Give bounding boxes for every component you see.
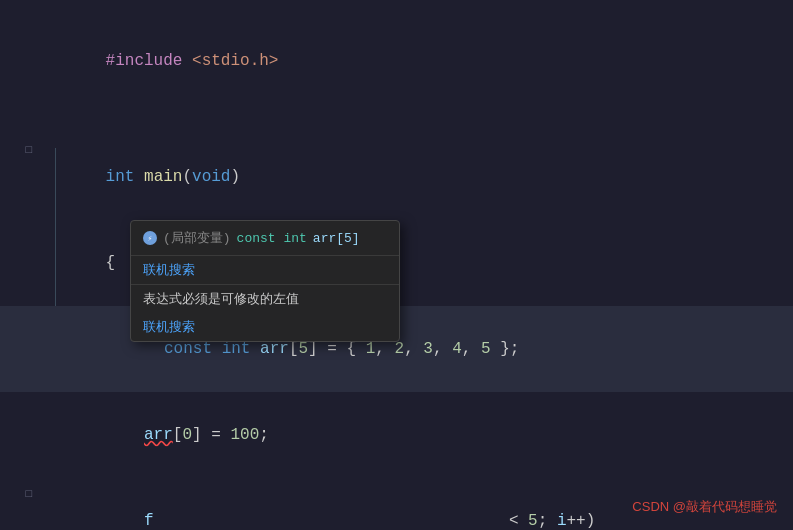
gutter-main: □ [0, 144, 40, 156]
line-content-for: f < 5; i++) [40, 479, 595, 530]
tooltip-link2[interactable]: 联机搜索 [131, 313, 399, 341]
line-content-arr-assign: arr[0] = 100; [40, 393, 269, 477]
watermark: CSDN @敲着代码想睡觉 [632, 498, 777, 516]
tooltip-type-value: const int [237, 231, 307, 246]
var-arr-squiggly: arr [144, 426, 173, 444]
var-arr: arr [260, 340, 289, 358]
variable-icon [143, 231, 157, 245]
line-content-blank1 [40, 105, 58, 133]
for-partial: f [144, 512, 154, 530]
tooltip-error-text: 表达式必须是可修改的左值 [143, 292, 299, 307]
tooltip-error-section: 表达式必须是可修改的左值 [131, 284, 399, 313]
tooltip-popup: (局部变量) const int arr[5] 联机搜索 表达式必须是可修改的左… [130, 220, 400, 342]
line-blank1 [0, 104, 793, 134]
line-content-1: #include <stdio.h> [40, 19, 278, 103]
line-arr-assign: arr[0] = 100; [0, 392, 793, 478]
watermark-text: CSDN @敲着代码想睡觉 [632, 499, 777, 514]
include-header: <stdio.h> [192, 52, 278, 70]
line-1: #include <stdio.h> [0, 18, 793, 104]
line-content-open-brace: { [40, 221, 115, 305]
tooltip-header: (局部变量) const int arr[5] [131, 221, 399, 256]
gutter-for: □ [0, 488, 40, 500]
tooltip-var-name: arr[5] [313, 231, 360, 246]
fold-icon-main[interactable]: □ [25, 144, 32, 156]
fold-icon-for[interactable]: □ [25, 488, 32, 500]
code-editor: #include <stdio.h> □ int main(void) { co… [0, 0, 793, 530]
tooltip-link1[interactable]: 联机搜索 [131, 256, 399, 284]
tooltip-type-label: (局部变量) [163, 229, 231, 247]
keyword-int: int [106, 168, 135, 186]
keyword-int2: int [222, 340, 251, 358]
function-name: main [144, 168, 182, 186]
keyword-const: const [164, 340, 212, 358]
line-main: □ int main(void) [0, 134, 793, 220]
keyword-void: void [192, 168, 230, 186]
preprocessor-keyword: #include [106, 52, 183, 70]
line-content-main: int main(void) [40, 135, 240, 219]
